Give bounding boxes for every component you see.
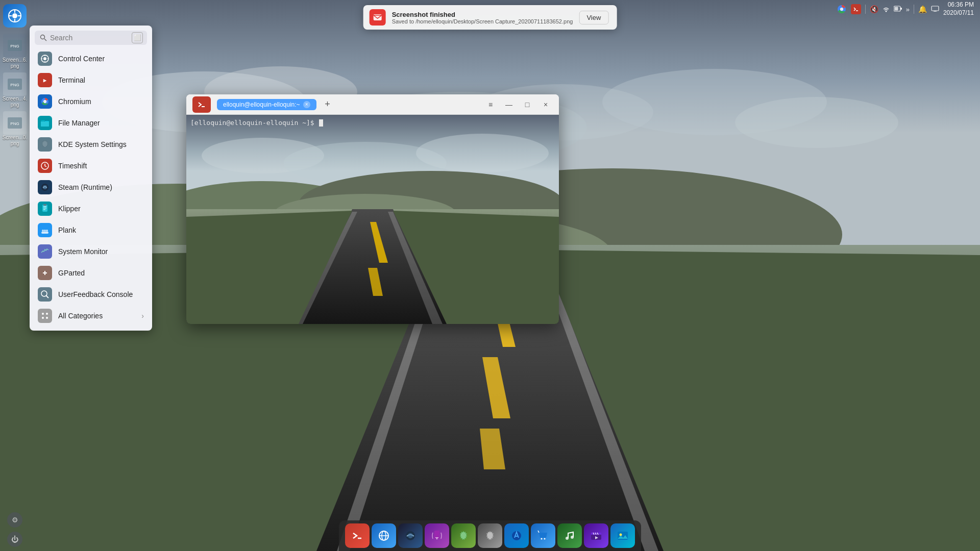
launcher-item-timeshift[interactable]: Timeshift (30, 155, 152, 177)
sidebar-plasma-icon[interactable] (3, 4, 27, 28)
search-icon (40, 34, 47, 41)
dock-item-clapper[interactable] (584, 523, 608, 548)
terminal-new-tab-button[interactable]: + (321, 97, 335, 112)
taskbar-time-value: 06:36 PM (943, 1, 974, 9)
launcher-label-terminal: Terminal (58, 76, 85, 84)
terminal-minimize-button[interactable]: — (502, 97, 516, 112)
battery-icon[interactable] (894, 6, 902, 13)
dock-item-photos[interactable] (610, 523, 635, 548)
terminal-tab-close-button[interactable]: × (303, 101, 310, 108)
launcher-all-categories[interactable]: All Categories › (30, 305, 152, 327)
kde-settings-icon (38, 137, 52, 152)
launcher-item-userfeedback[interactable]: UserFeedback Console (30, 284, 152, 305)
launcher-item-kde-settings[interactable]: KDE System Settings (30, 134, 152, 155)
launcher-label-control-center: Control Center (58, 55, 105, 63)
desktop-file-2[interactable]: PNG Screen...4.png (2, 72, 28, 108)
dock-item-kde-connect[interactable] (425, 523, 449, 548)
desktop-file-1[interactable]: PNG Screen...6.png (2, 34, 28, 69)
svg-point-85 (840, 8, 843, 11)
svg-point-56 (46, 230, 48, 232)
dock-item-krita[interactable] (504, 523, 529, 548)
search-input[interactable] (50, 34, 121, 42)
launcher-item-chromium[interactable]: Chromium (30, 91, 152, 112)
svg-point-110 (566, 537, 569, 540)
terminal-window: elloquin@elloquin-elloquin:~ × + ≡ — □ × (186, 94, 559, 324)
svg-point-108 (544, 538, 546, 540)
terminal-maximize-button[interactable]: □ (520, 97, 534, 112)
app-launcher: ⬜ Control Center ▶ Terminal Chromium Fil… (30, 26, 152, 331)
launcher-item-file-manager[interactable]: File Manager (30, 112, 152, 134)
svg-point-33 (43, 57, 46, 60)
terminal-close-button[interactable]: × (538, 97, 553, 112)
desktop-file-3[interactable]: PNG Screen...0.png (2, 111, 28, 147)
svg-rect-51 (43, 209, 45, 210)
svg-point-119 (620, 534, 622, 536)
volume-icon[interactable]: 🔇 (870, 5, 878, 13)
launcher-expand-button[interactable]: ⬜ (132, 32, 143, 43)
notification-view-button[interactable]: View (579, 11, 608, 24)
svg-rect-53 (41, 232, 48, 234)
dock-item-music[interactable] (557, 523, 582, 548)
taskbar-top: 🔇 » 🔔 06:36 PM 2020/07/11 (830, 0, 980, 18)
launcher-item-gparted[interactable]: GParted (30, 262, 152, 284)
svg-point-111 (571, 536, 574, 539)
launcher-label-klipper: Klipper (58, 205, 81, 213)
screen-icon[interactable] (931, 6, 939, 13)
svg-point-59 (41, 291, 47, 296)
desktop-file-2-label: Screen...4.png (2, 96, 28, 108)
all-categories-icon (38, 309, 52, 323)
userfeedback-icon (38, 287, 52, 302)
sidebar-power-icon[interactable]: ⏻ (7, 532, 22, 547)
svg-point-71 (416, 134, 549, 172)
taskbar-date-value: 2020/07/11 (943, 9, 974, 17)
notification-content: Screenshot finished Saved to /home/elloq… (392, 11, 573, 24)
terminal-tab[interactable]: elloquin@elloquin-elloquin:~ × (217, 99, 316, 110)
timeshift-icon (38, 159, 52, 173)
launcher-label-file-manager: File Manager (58, 119, 100, 127)
dock-item-terminal[interactable] (345, 523, 370, 548)
terminal-app-icon (192, 96, 211, 113)
terminal-taskbar-icon[interactable] (851, 4, 861, 14)
dock-item-settings-grey[interactable] (478, 523, 502, 548)
sidebar-settings-icon[interactable]: ⚙ (7, 512, 22, 528)
launcher-item-steam[interactable]: Steam (Runtime) (30, 177, 152, 198)
notification-body: Saved to /home/elloquin/Desktop/Screen C… (392, 18, 573, 24)
svg-line-109 (538, 531, 539, 533)
terminal-background-image (186, 115, 559, 324)
svg-line-60 (46, 296, 49, 298)
all-categories-label: All Categories (58, 312, 103, 320)
svg-point-41 (44, 101, 46, 103)
taskbar-separator-1 (865, 5, 866, 14)
launcher-label-plank: Plank (58, 226, 76, 234)
launcher-item-system-monitor[interactable]: System Monitor (30, 241, 152, 262)
dock-item-store[interactable] (531, 523, 555, 548)
dock-item-plasma-browser[interactable] (372, 523, 396, 548)
network-icon[interactable] (883, 5, 890, 14)
bottom-dock (339, 520, 641, 551)
svg-line-32 (44, 39, 46, 41)
expand-taskbar-button[interactable]: » (906, 6, 910, 13)
chromium-taskbar-icon[interactable] (837, 4, 847, 14)
launcher-item-control-center[interactable]: Control Center (30, 48, 152, 69)
svg-rect-101 (435, 537, 438, 538)
file-manager-icon (38, 116, 52, 130)
launcher-item-plank[interactable]: Plank (30, 219, 152, 241)
svg-rect-89 (900, 8, 902, 10)
svg-text:PNG: PNG (10, 44, 19, 48)
launcher-item-klipper[interactable]: Klipper (30, 198, 152, 219)
terminal-prompt[interactable]: [elloquin@elloquin-elloquin ~]$ (190, 119, 323, 127)
launcher-item-terminal[interactable]: ▶ Terminal (30, 69, 152, 91)
desktop-file-1-label: Screen...6.png (2, 57, 28, 69)
launcher-search-box[interactable]: ⬜ (35, 31, 147, 45)
terminal-menu-button[interactable]: ≡ (483, 97, 498, 112)
launcher-label-timeshift: Timeshift (58, 162, 87, 170)
taskbar-separator-2 (914, 5, 914, 14)
dock-item-settings-green[interactable] (451, 523, 476, 548)
svg-point-107 (541, 538, 543, 540)
klipper-icon (38, 202, 52, 216)
launcher-label-gparted: GParted (58, 269, 85, 277)
terminal-body[interactable]: [elloquin@elloquin-elloquin ~]$ (186, 115, 559, 324)
notifications-icon[interactable]: 🔔 (918, 5, 927, 13)
svg-point-102 (436, 538, 437, 539)
dock-item-steam[interactable] (398, 523, 423, 548)
